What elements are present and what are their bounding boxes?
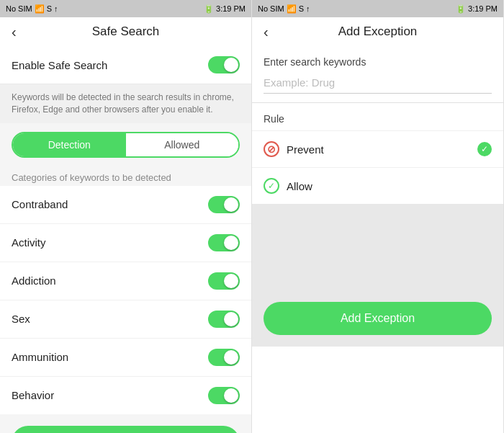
battery-icon: 🔋 [204,4,214,14]
no-sim-text: No SIM [6,4,32,13]
search-section-label: Enter search keywords [252,46,503,72]
search-input-wrap [252,72,503,103]
category-behavior: Behavior [0,377,251,414]
category-list: Contraband Activity Addiction Sex Ammuni… [0,186,251,414]
toggle-addiction[interactable] [208,272,240,290]
category-name-contraband: Contraband [12,198,68,210]
right-no-sim-text: No SIM [258,4,284,13]
category-name-ammunition: Ammunition [12,351,68,363]
category-name-activity: Activity [12,236,46,249]
safe-search-header: ‹ Safe Search [0,17,251,46]
left-status-bar: No SIM 📶 S ↑ 🔋 3:19 PM [0,0,251,17]
safe-search-panel: No SIM 📶 S ↑ 🔋 3:19 PM ‹ Safe Search Ena… [0,0,252,433]
add-exception-title: Add Exception [338,24,418,39]
category-contraband: Contraband [0,186,251,224]
right-battery-icon: 🔋 [456,4,466,14]
category-addiction: Addiction [0,262,251,300]
time-left: 3:19 PM [216,4,246,13]
toggle-behavior[interactable] [208,387,240,404]
toggle-contraband[interactable] [208,196,240,213]
right-signal-icon: S [299,4,304,13]
back-button-left[interactable]: ‹ [12,24,17,40]
right-time: 3:19 PM [468,4,498,13]
category-activity: Activity [0,224,251,262]
right-upload-icon: ↑ [306,4,310,13]
back-button-right[interactable]: ‹ [264,24,269,40]
add-exception-button-wrap: Add Exception [252,290,503,347]
add-exception-panel: No SIM 📶 S ↑ 🔋 3:19 PM ‹ Add Exception E… [252,0,504,433]
keyword-input[interactable] [264,72,492,94]
add-exception-header: ‹ Add Exception [252,17,503,46]
rule-allow-item[interactable]: ✓ Allow [252,168,503,204]
rule-prevent-left: ⊘ Prevent [264,141,324,157]
prevent-selected-check: ✓ [477,142,492,156]
info-text: Keywords will be detected in the search … [0,84,251,123]
gray-area [252,204,503,290]
right-status-right: 🔋 3:19 PM [456,4,498,14]
rule-section: Rule ⊘ Prevent ✓ ✓ Allow [252,103,503,204]
prevent-label: Prevent [287,143,324,156]
category-sex: Sex [0,300,251,339]
status-left: No SIM 📶 S ↑ [6,4,58,14]
upload-icon: ↑ [54,4,58,13]
enable-safe-search-toggle[interactable] [208,56,240,73]
save-button-wrap: Save [0,414,251,433]
category-name-sex: Sex [12,313,30,325]
allow-icon: ✓ [264,178,279,194]
status-right: 🔋 3:19 PM [204,4,246,14]
right-status-bar: No SIM 📶 S ↑ 🔋 3:19 PM [252,0,503,17]
rule-allow-left: ✓ Allow [264,178,312,194]
safe-search-content: Enable Safe Search Keywords will be dete… [0,46,251,433]
rule-prevent-item[interactable]: ⊘ Prevent ✓ [252,131,503,168]
toggle-activity[interactable] [208,234,240,251]
category-ammunition: Ammunition [0,339,251,377]
enable-safe-search-row: Enable Safe Search [0,46,251,84]
right-wifi-icon: 📶 [287,4,297,14]
safe-search-title: Safe Search [92,24,160,39]
category-name-behavior: Behavior [12,389,54,401]
signal-icon: S [47,4,52,13]
add-exception-content: Enter search keywords Rule ⊘ Prevent ✓ ✓… [252,46,503,433]
categories-label: Categories of keywords to be detected [0,166,251,186]
allow-label: Allow [287,180,312,192]
rule-label: Rule [252,103,503,131]
detection-tab[interactable]: Detection [13,133,126,156]
save-button[interactable]: Save [12,426,240,433]
toggle-ammunition[interactable] [208,349,240,366]
add-exception-button[interactable]: Add Exception [264,302,492,335]
right-status-left: No SIM 📶 S ↑ [258,4,310,14]
segmented-control: Detection Allowed [12,132,240,158]
toggle-sex[interactable] [208,311,240,328]
enable-safe-search-label: Enable Safe Search [12,59,107,71]
category-name-addiction: Addiction [12,274,56,287]
prevent-icon: ⊘ [264,141,279,157]
wifi-icon: 📶 [35,4,45,14]
allowed-tab[interactable]: Allowed [126,133,239,156]
